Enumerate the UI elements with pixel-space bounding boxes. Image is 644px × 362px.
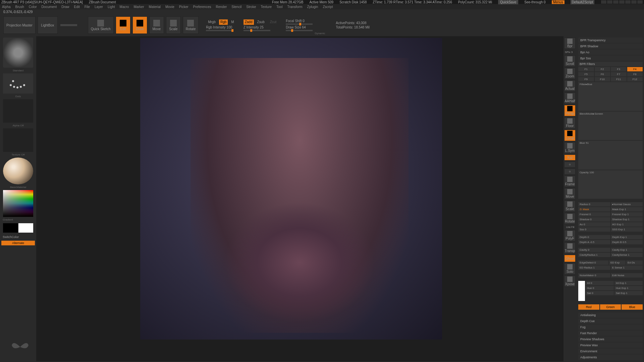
ed-ds[interactable]: Ed Ds xyxy=(626,260,643,265)
zcut-button[interactable]: Zcut xyxy=(268,20,278,24)
blue-slider[interactable]: Blue 51 xyxy=(578,141,643,170)
swatch-black[interactable] xyxy=(3,223,18,233)
stroke-preview[interactable] xyxy=(3,73,33,94)
nav-solo[interactable]: Solo xyxy=(564,263,576,275)
menu-render[interactable]: Render xyxy=(216,5,227,9)
rgb-button[interactable]: Rgb xyxy=(219,19,228,25)
spix-label[interactable]: SPix 3 xyxy=(564,50,576,54)
nav-xpose[interactable]: Xpose xyxy=(564,276,576,287)
depth-cue-section[interactable]: Depth Cue xyxy=(578,318,643,324)
hue-slider[interactable]: Hue 0 xyxy=(586,286,614,290)
antialiasing-section[interactable]: Antialiasing xyxy=(578,312,643,318)
ao-slider[interactable]: Ao 0 xyxy=(578,222,610,227)
sat-slider[interactable]: Sat 0 xyxy=(586,291,614,295)
cavity-sense[interactable]: CavitySense 1 xyxy=(611,253,643,257)
f7[interactable]: F7 xyxy=(611,72,627,76)
scale-button[interactable]: Scale xyxy=(166,16,181,34)
window-btn-2[interactable] xyxy=(607,0,612,4)
menu-color[interactable]: Color xyxy=(29,5,37,9)
nav-bpr[interactable]: Bpr xyxy=(564,38,576,49)
int-slider[interactable]: Int 0 xyxy=(586,281,614,285)
sss-exp[interactable]: SSS Exp 1 xyxy=(611,227,643,232)
radius-slider[interactable]: Radius 0 xyxy=(578,202,610,206)
bpr-sss-section[interactable]: Bpr Sss xyxy=(578,56,643,61)
f5[interactable]: F5 xyxy=(578,72,594,76)
alpha-preview[interactable] xyxy=(3,99,33,123)
menu-draw[interactable]: Draw xyxy=(61,5,69,9)
cavity-radius[interactable]: CavityRadius 1 xyxy=(578,253,610,257)
menu-brush[interactable]: Brush xyxy=(15,5,24,9)
menu-transform[interactable]: Transform xyxy=(287,5,302,9)
depth-slider[interactable]: Depth 0 xyxy=(578,235,610,239)
f6[interactable]: F6 xyxy=(595,72,610,76)
menu-layer[interactable]: Layer xyxy=(95,5,103,9)
move-button[interactable]: Move xyxy=(149,16,164,34)
fast-render-section[interactable]: Fast Render xyxy=(578,330,643,336)
nav-transp[interactable]: Transp xyxy=(564,242,576,254)
quicksave-button[interactable]: QuickSave xyxy=(498,0,518,4)
noise-maker[interactable]: NoiseMaker 0 xyxy=(578,273,610,278)
fresnel-slider[interactable]: Fresnel 0 xyxy=(578,212,610,217)
blue-toggle[interactable]: Blue xyxy=(622,304,643,310)
m-button[interactable]: M xyxy=(229,20,236,24)
nav-ghost[interactable]: Ghost xyxy=(564,255,576,262)
menu-tool[interactable]: Tool xyxy=(276,5,282,9)
cavity-slider[interactable]: Cavity 0 xyxy=(578,248,610,252)
ao-exp[interactable]: AO Exp 1 xyxy=(611,222,643,227)
f11[interactable]: F11 xyxy=(611,77,627,81)
line-fill-label[interactable]: Line Fill xyxy=(564,225,576,229)
edge-detect[interactable]: EdgeDetect 0 xyxy=(578,260,608,265)
draw-button[interactable]: Draw xyxy=(132,16,147,34)
f8[interactable]: F8 xyxy=(627,72,643,76)
close-button[interactable] xyxy=(637,0,643,4)
f4[interactable]: F4 xyxy=(627,67,643,71)
menu-stroke[interactable]: Stroke xyxy=(246,5,256,9)
bpr-ao-section[interactable]: Bpr Ao xyxy=(578,50,643,55)
lightbox-button[interactable]: LightBox xyxy=(38,16,58,34)
cavity-exp[interactable]: Cavity Exp 1 xyxy=(611,248,643,252)
color-picker[interactable] xyxy=(3,190,33,217)
green-toggle[interactable]: Green xyxy=(600,304,621,310)
blend-mode[interactable]: BlendMode▸Screen xyxy=(578,112,643,140)
menu-picker[interactable]: Picker xyxy=(179,5,189,9)
menu-texture[interactable]: Texture xyxy=(261,5,272,9)
edit-noise-button[interactable]: Edit Noise xyxy=(611,273,643,278)
nav-xyz[interactable]: Xyz xyxy=(564,155,576,161)
opacity-slider[interactable]: Opacity 100 xyxy=(578,170,643,199)
depth-a[interactable]: Depth A -0.5 xyxy=(578,240,610,244)
f10[interactable]: F10 xyxy=(595,77,610,81)
rotate-button[interactable]: Rotate xyxy=(183,16,199,34)
menu-document[interactable]: Document xyxy=(42,5,57,9)
sculpt-mesh[interactable] xyxy=(191,58,409,333)
shadow-exp[interactable]: Shadow Exp 1 xyxy=(611,217,643,222)
f1[interactable]: F1 xyxy=(578,67,594,71)
f3[interactable]: F3 xyxy=(611,67,627,71)
menu-zscript[interactable]: Zscript xyxy=(323,5,333,9)
ed-exp[interactable]: ED Exp xyxy=(609,260,626,265)
viewport[interactable] xyxy=(140,38,442,340)
nav-lsym[interactable]: L.Sym xyxy=(564,142,576,154)
default-script[interactable]: DefaultZScript xyxy=(571,0,594,4)
nav-floor[interactable]: Floor xyxy=(564,117,576,129)
window-btn-3[interactable] xyxy=(613,0,619,4)
menu-material[interactable]: Material xyxy=(149,5,161,9)
sat-exp[interactable]: Sat Exp 1 xyxy=(614,291,643,295)
normal-gauss[interactable]: ▸Normal Gauss xyxy=(611,202,643,206)
sss-slider[interactable]: Sss 0 xyxy=(578,227,610,232)
environment-section[interactable]: Environment xyxy=(578,349,643,354)
mrgb-button[interactable]: Mrgb xyxy=(206,20,218,24)
nav-aahalf[interactable]: AAHalf xyxy=(564,93,576,104)
shadow-slider[interactable]: Shadow 0 xyxy=(578,217,610,222)
ed-radius[interactable]: ED Radius 1 xyxy=(578,265,610,270)
zadd-button[interactable]: Zadd xyxy=(244,19,254,25)
material-preview[interactable] xyxy=(3,158,33,184)
nav-zoom[interactable]: Zoom xyxy=(564,68,576,79)
nav-dot2[interactable]: ⊙ xyxy=(564,169,576,175)
red-toggle[interactable]: Red xyxy=(578,304,599,310)
menu-preferences[interactable]: Preferences xyxy=(193,5,211,9)
menus-toggle[interactable]: Menus xyxy=(552,0,565,4)
gradient-label[interactable]: Gradient xyxy=(1,218,35,221)
int-exp[interactable]: Int Exp 1 xyxy=(614,281,643,285)
fresnel-exp[interactable]: Fresnel Exp 1 xyxy=(611,212,643,217)
nav-move[interactable]: Move xyxy=(564,188,576,199)
